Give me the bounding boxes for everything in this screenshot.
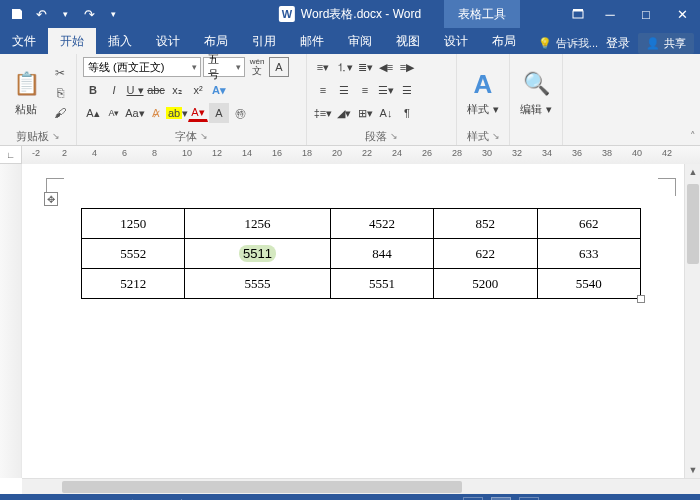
char-border-icon[interactable]: A bbox=[269, 57, 289, 77]
editing-button[interactable]: 🔍 编辑 ▾ bbox=[516, 57, 556, 128]
tab-design[interactable]: 设计 bbox=[144, 28, 192, 54]
tab-file[interactable]: 文件 bbox=[0, 28, 48, 54]
table-cell[interactable]: 622 bbox=[434, 239, 537, 269]
bullets-icon[interactable]: ≡▾ bbox=[313, 57, 333, 77]
format-painter-icon[interactable]: 🖌 bbox=[50, 104, 70, 122]
table-cell[interactable]: 1256 bbox=[185, 209, 330, 239]
font-color-icon[interactable]: A▾ bbox=[188, 105, 208, 122]
redo-icon[interactable]: ↷ bbox=[78, 3, 100, 25]
tell-me-search[interactable]: 💡 告诉我... bbox=[538, 36, 598, 51]
horizontal-scrollbar[interactable] bbox=[22, 478, 700, 494]
table-cell[interactable]: 5540 bbox=[537, 269, 640, 299]
login-link[interactable]: 登录 bbox=[606, 35, 630, 52]
close-button[interactable]: ✕ bbox=[664, 0, 700, 28]
font-family-select[interactable]: 等线 (西文正文) bbox=[83, 57, 201, 77]
table-cell[interactable]: 1250 bbox=[82, 209, 185, 239]
grow-font-icon[interactable]: A▴ bbox=[83, 103, 103, 123]
copy-icon[interactable]: ⎘ bbox=[50, 84, 70, 102]
table-cell[interactable]: 5511 bbox=[185, 239, 330, 269]
distribute-icon[interactable]: ☰ bbox=[397, 80, 417, 100]
table-cell[interactable]: 662 bbox=[537, 209, 640, 239]
table-cell[interactable]: 5552 bbox=[82, 239, 185, 269]
font-size-select[interactable]: 五号 bbox=[203, 57, 245, 77]
tab-selector-icon[interactable]: ∟ bbox=[0, 146, 22, 164]
enclose-char-icon[interactable]: ㊕ bbox=[230, 103, 250, 123]
font-launcher-icon[interactable]: ↘ bbox=[200, 131, 208, 141]
tab-layout[interactable]: 布局 bbox=[192, 28, 240, 54]
align-center-icon[interactable]: ☰ bbox=[334, 80, 354, 100]
qat-more-icon[interactable]: ▾ bbox=[102, 3, 124, 25]
scroll-thumb-h[interactable] bbox=[62, 481, 462, 493]
ribbon: 📋 粘贴 ✂ ⎘ 🖌 剪贴板↘ 等线 (西文正文) 五号 wén文 A B bbox=[0, 54, 700, 146]
vertical-scrollbar[interactable]: ▲ ▼ bbox=[684, 164, 700, 478]
table-cell[interactable]: 5212 bbox=[82, 269, 185, 299]
tab-view[interactable]: 视图 bbox=[384, 28, 432, 54]
tab-table-design[interactable]: 设计 bbox=[432, 28, 480, 54]
scroll-up-icon[interactable]: ▲ bbox=[685, 164, 700, 180]
strikethrough-button[interactable]: abc bbox=[146, 80, 166, 100]
scroll-down-icon[interactable]: ▼ bbox=[685, 462, 700, 478]
undo-icon[interactable]: ↶ bbox=[30, 3, 52, 25]
text-effects-icon[interactable]: A▾ bbox=[209, 80, 229, 100]
tab-table-layout[interactable]: 布局 bbox=[480, 28, 528, 54]
tab-mailings[interactable]: 邮件 bbox=[288, 28, 336, 54]
table-row[interactable]: 55525511844622633 bbox=[82, 239, 641, 269]
save-icon[interactable] bbox=[6, 3, 28, 25]
justify-icon[interactable]: ☰▾ bbox=[376, 80, 396, 100]
document-page[interactable]: ✥ 12501256452285266255525511844622633521… bbox=[22, 164, 700, 478]
data-table[interactable]: 1250125645228526625552551184462263352125… bbox=[81, 208, 641, 299]
table-cell[interactable]: 844 bbox=[330, 239, 433, 269]
highlight-icon[interactable]: ab▾ bbox=[167, 103, 187, 123]
styles-button[interactable]: A 样式 ▾ bbox=[463, 57, 503, 128]
table-cell[interactable]: 633 bbox=[537, 239, 640, 269]
line-spacing-icon[interactable]: ‡≡▾ bbox=[313, 103, 333, 123]
cut-icon[interactable]: ✂ bbox=[50, 64, 70, 82]
sort-icon[interactable]: A↓ bbox=[376, 103, 396, 123]
align-left-icon[interactable]: ≡ bbox=[313, 80, 333, 100]
paragraph-launcher-icon[interactable]: ↘ bbox=[390, 131, 398, 141]
decrease-indent-icon[interactable]: ◀≡ bbox=[376, 57, 396, 77]
share-button[interactable]: 👤 共享 bbox=[638, 33, 694, 54]
shading-icon[interactable]: ◢▾ bbox=[334, 103, 354, 123]
collapse-ribbon-icon[interactable]: ˄ bbox=[690, 130, 696, 143]
underline-button[interactable]: U ▾ bbox=[125, 80, 145, 100]
change-case-icon[interactable]: Aa▾ bbox=[125, 103, 145, 123]
superscript-button[interactable]: x² bbox=[188, 80, 208, 100]
table-cell[interactable]: 4522 bbox=[330, 209, 433, 239]
table-cell[interactable]: 5555 bbox=[185, 269, 330, 299]
phonetic-guide-icon[interactable]: wén文 bbox=[247, 57, 267, 77]
qat-dropdown-icon[interactable]: ▾ bbox=[54, 3, 76, 25]
table-resize-handle-icon[interactable] bbox=[637, 295, 645, 303]
vertical-ruler[interactable] bbox=[0, 164, 22, 478]
table-cell[interactable]: 852 bbox=[434, 209, 537, 239]
italic-button[interactable]: I bbox=[104, 80, 124, 100]
subscript-button[interactable]: x₂ bbox=[167, 80, 187, 100]
tab-home[interactable]: 开始 bbox=[48, 28, 96, 54]
borders-icon[interactable]: ⊞▾ bbox=[355, 103, 375, 123]
tab-review[interactable]: 审阅 bbox=[336, 28, 384, 54]
bold-button[interactable]: B bbox=[83, 80, 103, 100]
char-shading-icon[interactable]: A bbox=[209, 103, 229, 123]
clear-format-icon[interactable]: A̷ bbox=[146, 103, 166, 123]
increase-indent-icon[interactable]: ≡▶ bbox=[397, 57, 417, 77]
numbering-icon[interactable]: ⒈▾ bbox=[334, 57, 354, 77]
maximize-button[interactable]: □ bbox=[628, 0, 664, 28]
scroll-thumb-v[interactable] bbox=[687, 184, 699, 264]
multilevel-icon[interactable]: ≣▾ bbox=[355, 57, 375, 77]
table-row[interactable]: 125012564522852662 bbox=[82, 209, 641, 239]
tab-insert[interactable]: 插入 bbox=[96, 28, 144, 54]
align-right-icon[interactable]: ≡ bbox=[355, 80, 375, 100]
table-cell[interactable]: 5551 bbox=[330, 269, 433, 299]
minimize-button[interactable]: ─ bbox=[592, 0, 628, 28]
table-cell[interactable]: 5200 bbox=[434, 269, 537, 299]
shrink-font-icon[interactable]: A▾ bbox=[104, 103, 124, 123]
styles-launcher-icon[interactable]: ↘ bbox=[492, 131, 500, 141]
table-row[interactable]: 52125555555152005540 bbox=[82, 269, 641, 299]
table-move-handle-icon[interactable]: ✥ bbox=[44, 192, 58, 206]
clipboard-launcher-icon[interactable]: ↘ bbox=[52, 131, 60, 141]
horizontal-ruler[interactable]: ∟ -2246810121416182022242628303234363840… bbox=[0, 146, 700, 164]
paste-button[interactable]: 📋 粘贴 bbox=[6, 57, 46, 128]
show-marks-icon[interactable]: ¶ bbox=[397, 103, 417, 123]
tab-references[interactable]: 引用 bbox=[240, 28, 288, 54]
ribbon-display-icon[interactable] bbox=[564, 0, 592, 28]
